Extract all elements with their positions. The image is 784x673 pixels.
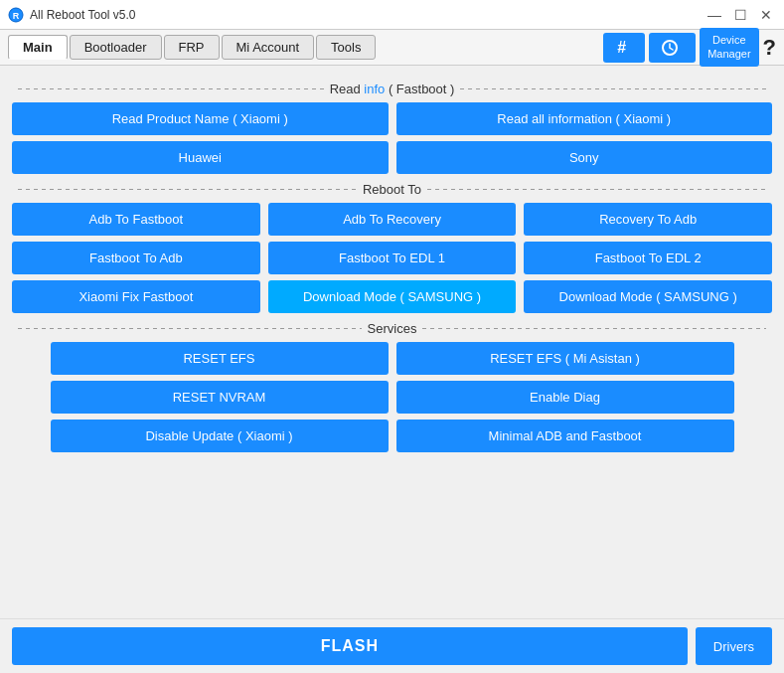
- services-row1: RESET EFS RESET EFS ( Mi Asistan ): [12, 342, 772, 375]
- adb-to-fastboot-button[interactable]: Adb To Fastboot: [12, 203, 260, 236]
- flash-button[interactable]: FLASH: [12, 627, 688, 665]
- reset-nvram-button[interactable]: RESET NVRAM: [51, 381, 389, 414]
- enable-diag-button[interactable]: Enable Diag: [396, 381, 734, 414]
- reset-efs-mi-button[interactable]: RESET EFS ( Mi Asistan ): [396, 342, 734, 375]
- huawei-button[interactable]: Huawei: [12, 141, 389, 174]
- reboot-row1: Adb To Fastboot Adb To Recovery Recovery…: [12, 203, 772, 236]
- read-all-info-button[interactable]: Read all information ( Xiaomi ): [396, 102, 773, 135]
- adb-to-recovery-button[interactable]: Adb To Recovery: [268, 203, 517, 236]
- maximize-button[interactable]: ☐: [730, 5, 750, 25]
- minimize-button[interactable]: —: [705, 5, 724, 25]
- read-info-row2: Huawei Sony: [12, 141, 772, 174]
- read-product-name-button[interactable]: Read Product Name ( Xiaomi ): [12, 102, 389, 135]
- allow-root-button[interactable]: #: [603, 33, 645, 63]
- reset-efs-button[interactable]: RESET EFS: [51, 342, 389, 375]
- sony-button[interactable]: Sony: [396, 141, 773, 174]
- tab-main[interactable]: Main: [8, 35, 68, 60]
- reboot-row2: Fastboot To Adb Fastboot To EDL 1 Fastbo…: [12, 242, 772, 274]
- main-content: Read info ( Fastboot ) Read Product Name…: [0, 66, 784, 466]
- bottom-bar: FLASH Drivers: [0, 618, 784, 673]
- minimal-adb-button[interactable]: Minimal ADB and Fastboot: [396, 420, 734, 452]
- tab-bootloader[interactable]: Bootloader: [70, 35, 162, 60]
- disable-update-button[interactable]: Disable Update ( Xiaomi ): [51, 420, 389, 452]
- tab-tools[interactable]: Tools: [316, 35, 376, 60]
- read-info-divider: Read info ( Fastboot ): [12, 82, 772, 96]
- services-row2: RESET NVRAM Enable Diag: [12, 381, 772, 414]
- svg-text:R: R: [13, 11, 20, 21]
- download-mode-samsung2-button[interactable]: Download Mode ( SAMSUNG ): [524, 280, 772, 313]
- reboot-to-divider: Reboot To: [12, 182, 772, 197]
- refresh-icon: [661, 39, 679, 57]
- close-button[interactable]: ✕: [756, 5, 776, 25]
- app-icon: R: [8, 7, 24, 23]
- recovery-to-adb-button[interactable]: Recovery To Adb: [524, 203, 772, 236]
- device-manager-button[interactable]: Device Manager: [700, 28, 758, 66]
- services-divider: Services: [12, 321, 772, 336]
- tab-mi-account[interactable]: Mi Account: [222, 35, 315, 60]
- tab-frp[interactable]: FRP: [164, 35, 220, 60]
- hash-icon: #: [617, 39, 626, 57]
- download-mode-samsung1-button[interactable]: Download Mode ( SAMSUNG ): [268, 280, 517, 313]
- fastboot-to-edl1-button[interactable]: Fastboot To EDL 1: [268, 242, 517, 274]
- drivers-button[interactable]: Drivers: [696, 627, 772, 665]
- services-row3: Disable Update ( Xiaomi ) Minimal ADB an…: [12, 420, 772, 452]
- app-title: All Reboot Tool v5.0: [30, 8, 136, 22]
- read-info-row1: Read Product Name ( Xiaomi ) Read all in…: [12, 102, 772, 135]
- nav-bar: Main Bootloader FRP Mi Account Tools # D…: [0, 30, 784, 66]
- reboot-row3: Xiaomi Fix Fastboot Download Mode ( SAMS…: [12, 280, 772, 313]
- help-button[interactable]: ?: [763, 35, 776, 61]
- adb-refresh-button[interactable]: [649, 33, 696, 63]
- xiaomi-fix-fastboot-button[interactable]: Xiaomi Fix Fastboot: [12, 280, 260, 313]
- fastboot-to-adb-button[interactable]: Fastboot To Adb: [12, 242, 260, 274]
- fastboot-to-edl2-button[interactable]: Fastboot To EDL 2: [524, 242, 772, 274]
- title-bar: R All Reboot Tool v5.0 — ☐ ✕: [0, 0, 784, 30]
